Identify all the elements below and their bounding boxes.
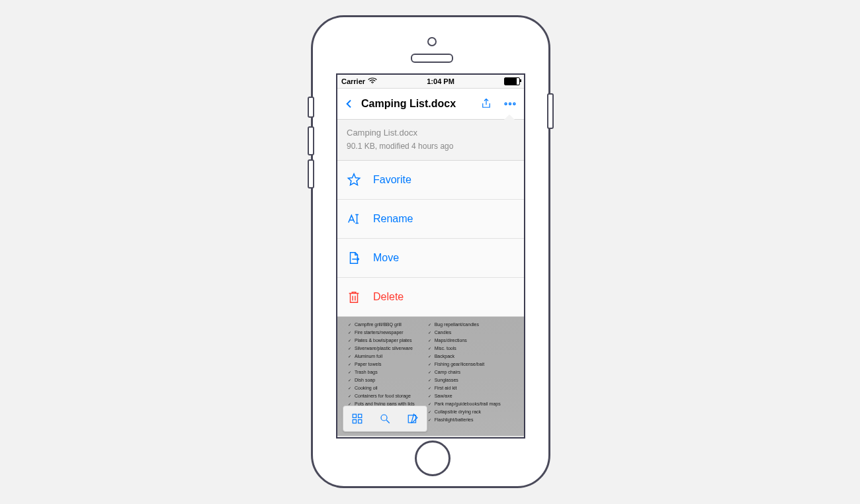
svg-point-8 bbox=[381, 415, 387, 421]
svg-rect-6 bbox=[353, 420, 356, 423]
file-meta: 90.1 KB, modified 4 hours ago bbox=[347, 142, 515, 151]
file-info-header: Camping List.docx 90.1 KB, modified 4 ho… bbox=[337, 120, 524, 161]
page-title: Camping List.docx bbox=[361, 98, 472, 110]
stage: { "statusbar": { "carrier": "Carrier", "… bbox=[0, 0, 860, 504]
svg-rect-5 bbox=[359, 414, 362, 417]
share-button[interactable] bbox=[476, 94, 496, 114]
more-button[interactable] bbox=[500, 94, 520, 114]
back-button[interactable] bbox=[341, 96, 357, 112]
action-list: Favorite Rename bbox=[337, 161, 524, 317]
favorite-action[interactable]: Favorite bbox=[337, 161, 524, 200]
action-label: Rename bbox=[373, 213, 413, 225]
star-icon bbox=[347, 173, 361, 187]
move-icon bbox=[347, 251, 361, 265]
speaker-slot bbox=[411, 54, 453, 63]
svg-rect-7 bbox=[359, 420, 362, 423]
svg-point-0 bbox=[372, 83, 372, 83]
nav-bar: Camping List.docx bbox=[337, 89, 524, 120]
move-action[interactable]: Move bbox=[337, 239, 524, 278]
compose-button[interactable] bbox=[402, 413, 424, 425]
popover-arrow bbox=[504, 114, 515, 120]
action-label: Favorite bbox=[373, 174, 411, 186]
rename-icon bbox=[347, 212, 361, 226]
screen: Carrier 1:04 PM bbox=[336, 73, 525, 439]
svg-rect-4 bbox=[353, 414, 356, 417]
grid-view-button[interactable] bbox=[346, 413, 368, 425]
file-name: Camping List.docx bbox=[347, 128, 515, 138]
wifi-icon bbox=[368, 77, 377, 85]
svg-point-1 bbox=[505, 103, 507, 105]
svg-point-2 bbox=[509, 103, 511, 105]
rename-action[interactable]: Rename bbox=[337, 200, 524, 239]
mute-switch bbox=[308, 97, 314, 118]
svg-point-3 bbox=[513, 103, 515, 105]
action-label: Delete bbox=[373, 291, 404, 303]
phone-frame: Carrier 1:04 PM bbox=[311, 15, 550, 488]
status-bar: Carrier 1:04 PM bbox=[337, 75, 524, 89]
carrier-label: Carrier bbox=[341, 77, 365, 85]
battery-icon bbox=[504, 77, 520, 85]
power-button bbox=[547, 93, 554, 129]
clock: 1:04 PM bbox=[427, 77, 454, 85]
volume-up bbox=[308, 126, 314, 155]
action-label: Move bbox=[373, 252, 399, 264]
home-button[interactable] bbox=[415, 441, 451, 476]
delete-action[interactable]: Delete bbox=[337, 278, 524, 317]
volume-down bbox=[308, 159, 314, 189]
trash-icon bbox=[347, 290, 361, 304]
search-button[interactable] bbox=[374, 413, 396, 425]
bottom-toolbar bbox=[343, 405, 427, 432]
